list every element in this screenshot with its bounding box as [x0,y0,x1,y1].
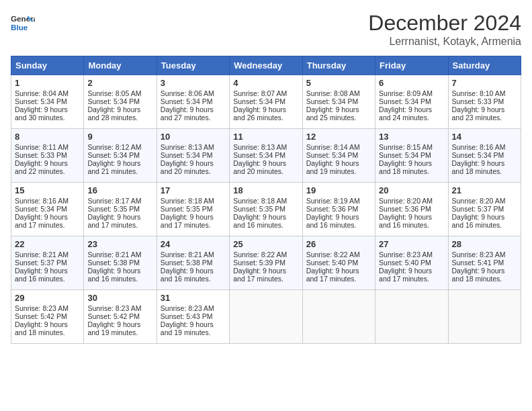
day-info-line: Daylight: 9 hours [379,267,444,275]
day-info-line: and 16 minutes. [379,221,444,229]
calendar-cell [448,290,521,344]
day-info-line: and 19 minutes. [87,328,152,336]
day-info-line: Sunrise: 8:08 AM [306,89,371,97]
day-info-line: Daylight: 9 hours [15,267,80,275]
day-info-line: and 23 minutes. [452,113,517,122]
day-info-line: Sunrise: 8:06 AM [161,89,226,97]
day-info-line: Sunrise: 8:20 AM [379,197,444,205]
day-info-line: Sunset: 5:34 PM [306,151,371,159]
day-info-line: Sunrise: 8:14 AM [306,143,371,151]
day-number: 22 [15,239,80,249]
day-info-line: Daylight: 9 hours [15,159,80,167]
day-info-line: Sunrise: 8:21 AM [87,250,152,259]
day-info-line: and 18 minutes. [452,275,517,283]
day-info-line: Sunrise: 8:23 AM [15,304,80,312]
day-info-line: Sunset: 5:34 PM [15,205,80,213]
day-info-line: Sunrise: 8:17 AM [87,197,152,205]
day-number: 21 [452,185,517,195]
day-info-line: Daylight: 9 hours [15,213,80,221]
day-info-line: and 20 minutes. [233,167,298,175]
day-info-line: Sunrise: 8:22 AM [233,250,298,259]
day-info-line: and 17 minutes. [15,221,80,229]
title-area: December 2024 Lerrnanist, Kotayk, Armeni… [368,11,521,48]
day-info-line: Daylight: 9 hours [87,105,152,113]
calendar-week-row: 1Sunrise: 8:04 AMSunset: 5:34 PMDaylight… [11,75,521,129]
day-info-line: and 18 minutes. [452,167,517,175]
day-info-line: Sunrise: 8:23 AM [452,250,517,259]
calendar-cell: 25Sunrise: 8:22 AMSunset: 5:39 PMDayligh… [230,236,302,290]
day-info-line: Sunrise: 8:10 AM [452,89,517,97]
day-info-line: Daylight: 9 hours [379,159,444,167]
day-info-line: Sunrise: 8:20 AM [452,197,517,205]
day-number: 3 [161,78,226,88]
calendar-cell: 5Sunrise: 8:08 AMSunset: 5:34 PMDaylight… [302,75,375,129]
calendar-cell: 14Sunrise: 8:16 AMSunset: 5:34 PMDayligh… [448,129,521,183]
day-number: 24 [161,239,226,249]
calendar-cell: 8Sunrise: 8:11 AMSunset: 5:33 PMDaylight… [11,129,84,183]
day-info-line: and 17 minutes. [87,221,152,229]
day-info-line: and 16 minutes. [452,221,517,229]
day-number: 6 [379,78,444,88]
day-info-line: Sunrise: 8:07 AM [233,89,298,97]
calendar-table: SundayMondayTuesdayWednesdayThursdayFrid… [11,56,521,344]
day-info-line: Sunrise: 8:18 AM [161,197,226,205]
day-info-line: Daylight: 9 hours [161,213,226,221]
day-info-line: and 17 minutes. [233,275,298,283]
day-info-line: Daylight: 9 hours [379,105,444,113]
day-number: 2 [87,78,152,88]
day-info-line: and 17 minutes. [161,221,226,229]
day-info-line: Daylight: 9 hours [15,105,80,113]
column-header-friday: Friday [375,56,448,75]
day-info-line: and 16 minutes. [306,221,371,229]
day-number: 27 [379,239,444,249]
day-info-line: Sunset: 5:34 PM [161,151,226,159]
day-number: 20 [379,185,444,195]
calendar-cell: 21Sunrise: 8:20 AMSunset: 5:37 PMDayligh… [448,183,521,236]
logo-icon: General Blue [11,11,35,35]
day-number: 31 [161,293,226,303]
calendar-cell: 6Sunrise: 8:09 AMSunset: 5:34 PMDaylight… [375,75,448,129]
day-info-line: Sunrise: 8:12 AM [87,143,152,151]
calendar-cell: 16Sunrise: 8:17 AMSunset: 5:35 PMDayligh… [84,183,157,236]
calendar-cell [302,290,375,344]
day-info-line: Daylight: 9 hours [233,267,298,275]
calendar-cell: 23Sunrise: 8:21 AMSunset: 5:38 PMDayligh… [84,236,157,290]
day-number: 30 [87,293,152,303]
logo: General Blue [11,11,35,35]
day-info-line: Sunrise: 8:05 AM [87,89,152,97]
day-info-line: Daylight: 9 hours [452,213,517,221]
day-info-line: Sunset: 5:33 PM [15,151,80,159]
day-info-line: and 22 minutes. [15,167,80,175]
day-number: 25 [233,239,298,249]
day-info-line: Daylight: 9 hours [379,213,444,221]
day-info-line: Sunset: 5:34 PM [87,151,152,159]
calendar-cell: 24Sunrise: 8:21 AMSunset: 5:38 PMDayligh… [157,236,229,290]
day-number: 17 [161,185,226,195]
day-info-line: Daylight: 9 hours [233,105,298,113]
day-info-line: Daylight: 9 hours [87,320,152,328]
day-info-line: Daylight: 9 hours [306,105,371,113]
day-info-line: Sunrise: 8:18 AM [233,197,298,205]
calendar-cell: 18Sunrise: 8:18 AMSunset: 5:35 PMDayligh… [230,183,302,236]
calendar-cell: 11Sunrise: 8:13 AMSunset: 5:34 PMDayligh… [230,129,302,183]
day-number: 23 [87,239,152,249]
day-info-line: and 25 minutes. [306,113,371,122]
calendar-week-row: 22Sunrise: 8:21 AMSunset: 5:37 PMDayligh… [11,236,521,290]
day-number: 29 [15,293,80,303]
day-info-line: and 26 minutes. [233,113,298,122]
day-info-line: Sunset: 5:43 PM [161,312,226,320]
calendar-cell: 2Sunrise: 8:05 AMSunset: 5:34 PMDaylight… [84,75,157,129]
day-info-line: Sunset: 5:33 PM [452,97,517,105]
day-info-line: Sunset: 5:34 PM [161,97,226,105]
svg-text:General: General [11,14,35,23]
day-number: 14 [452,132,517,142]
day-number: 10 [161,132,226,142]
day-number: 16 [87,185,152,195]
day-info-line: Daylight: 9 hours [452,267,517,275]
day-number: 11 [233,132,298,142]
day-info-line: Sunrise: 8:23 AM [87,304,152,312]
day-info-line: and 16 minutes. [87,275,152,283]
day-number: 18 [233,185,298,195]
day-info-line: and 19 minutes. [306,167,371,175]
calendar-cell: 26Sunrise: 8:22 AMSunset: 5:40 PMDayligh… [302,236,375,290]
